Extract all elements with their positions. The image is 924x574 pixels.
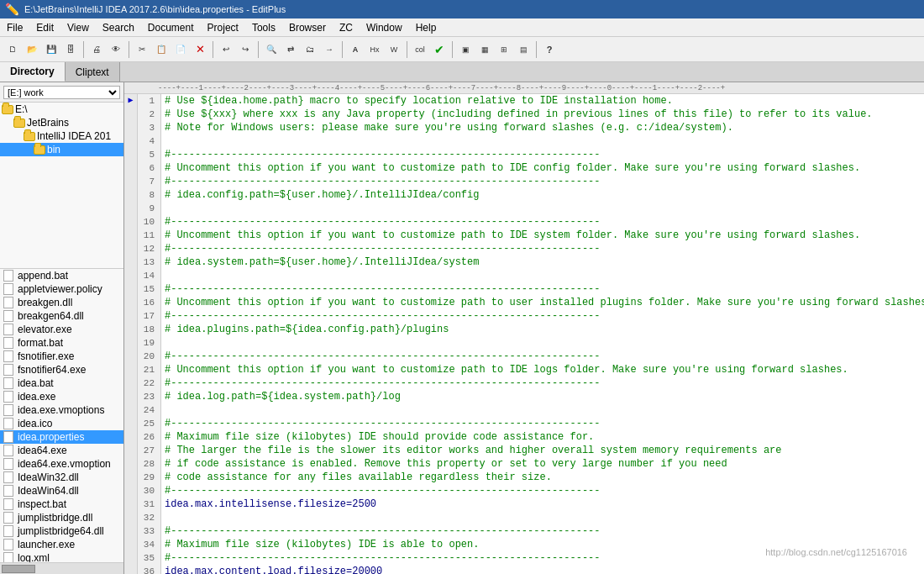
find-button[interactable]: 🔍 — [262, 40, 281, 59]
code-line-26: # Maximum file size (kilobytes) IDE shou… — [165, 430, 924, 444]
findfiles-button[interactable]: 🗂 — [301, 40, 319, 59]
menu-view[interactable]: View — [60, 18, 96, 36]
file-item[interactable]: log.xml — [0, 551, 123, 562]
file-item[interactable]: elevator.exe — [0, 323, 123, 336]
file-item[interactable]: append.bat — [0, 269, 123, 282]
menu-window[interactable]: Window — [360, 18, 409, 36]
menu-zc[interactable]: ZC — [333, 18, 360, 36]
tree-label-jetbrains: JetBrains — [27, 117, 69, 129]
menu-document[interactable]: Document — [141, 18, 201, 36]
menu-search[interactable]: Search — [96, 18, 141, 36]
linenum-18: 18 — [138, 323, 157, 336]
goto-button[interactable]: → — [320, 40, 339, 59]
file-item[interactable]: jumplistbridge64.dll — [0, 524, 123, 538]
save-all-button[interactable]: 🗄 — [61, 40, 80, 59]
save-button[interactable]: 💾 — [42, 40, 60, 59]
check-button[interactable]: ✔ — [430, 40, 449, 59]
code-line-23: # idea.log.path=${idea.system.path}/log — [165, 390, 924, 403]
delete-button[interactable]: ✕ — [191, 40, 209, 59]
code-content[interactable]: # Use ${idea.home.path} macro to specify… — [161, 94, 924, 574]
toolbar-sep2 — [129, 41, 129, 58]
new-button[interactable]: 🗋 — [3, 40, 22, 59]
file-item[interactable]: IdeaWin32.dll — [0, 471, 123, 484]
file-item[interactable]: fsnotifier64.exe — [0, 363, 123, 377]
toolbar-sep6 — [407, 41, 407, 58]
code-line-6: # Uncomment this option if you want to c… — [165, 161, 924, 175]
tb-btn9[interactable]: ▦ — [475, 40, 494, 59]
paste-button[interactable]: 📄 — [171, 40, 190, 59]
file-item[interactable]: jumplistbridge.dll — [0, 511, 123, 524]
help-button[interactable]: ? — [540, 40, 559, 59]
menu-project[interactable]: Project — [201, 18, 245, 36]
print-button[interactable]: 🖨 — [87, 40, 106, 59]
file-item[interactable]: idea64.exe — [0, 444, 123, 457]
code-line-33: #---------------------------------------… — [165, 524, 924, 538]
linenum-30: 30 — [138, 484, 157, 498]
sidebar-hscroll[interactable] — [0, 562, 123, 574]
code-line-10: #---------------------------------------… — [165, 215, 924, 229]
fontsize-button[interactable]: A — [346, 40, 365, 59]
toolbar-sep4 — [258, 41, 259, 58]
file-icon — [3, 552, 13, 562]
linenum-15: 15 — [138, 282, 157, 296]
file-item[interactable]: idea64.exe.vmoption — [0, 457, 123, 471]
redo-button[interactable]: ↪ — [236, 40, 255, 59]
code-line-22: #---------------------------------------… — [165, 377, 924, 390]
tb-btn8[interactable]: ▣ — [456, 40, 475, 59]
code-line-4 — [165, 134, 924, 148]
cut-button[interactable]: ✂ — [133, 40, 151, 59]
tb-btn11[interactable]: ▤ — [514, 40, 533, 59]
file-item[interactable]: idea.exe.vmoptions — [0, 403, 123, 417]
file-item[interactable]: launcher.exe — [0, 538, 123, 551]
linenum-3: 3 — [138, 121, 157, 134]
drive-selector[interactable]: [E:] work — [0, 82, 123, 103]
sidebar-hscroll-thumb[interactable] — [2, 565, 35, 573]
col-button[interactable]: col — [411, 40, 429, 59]
hex-button[interactable]: Hx — [365, 40, 384, 59]
tree-item-idea[interactable]: IntelliJ IDEA 201 — [0, 129, 123, 143]
tree-item-bin[interactable]: bin — [0, 143, 123, 156]
file-item[interactable]: idea.exe — [0, 390, 123, 403]
linenum-12: 12 — [138, 242, 157, 255]
file-item-selected[interactable]: idea.properties — [0, 430, 123, 444]
file-list: append.bat appletviewer.policy breakgen.… — [0, 268, 123, 562]
tab-cliptext[interactable]: Cliptext — [66, 62, 120, 82]
linenum-16: 16 — [138, 296, 157, 309]
file-item[interactable]: breakgen.dll — [0, 296, 123, 309]
code-line-2: # Use ${xxx} where xxx is any Java prope… — [165, 108, 924, 121]
file-item[interactable]: idea.ico — [0, 417, 123, 430]
menu-help[interactable]: Help — [409, 18, 444, 36]
file-icon — [3, 431, 13, 443]
wordwrap-button[interactable]: W — [385, 40, 403, 59]
file-item[interactable]: breakgen64.dll — [0, 309, 123, 323]
tab-directory[interactable]: Directory — [0, 62, 66, 82]
undo-button[interactable]: ↩ — [217, 40, 235, 59]
preview-button[interactable]: 👁 — [107, 40, 125, 59]
file-item[interactable]: IdeaWin64.dll — [0, 484, 123, 498]
linenum-31: 31 — [138, 498, 157, 511]
linenum-6: 6 — [138, 161, 157, 175]
code-line-25: #---------------------------------------… — [165, 417, 924, 430]
open-button[interactable]: 📂 — [23, 40, 41, 59]
tree-item-jetbrains[interactable]: JetBrains — [0, 116, 123, 129]
file-item[interactable]: format.bat — [0, 336, 123, 350]
file-item[interactable]: fsnotifier.exe — [0, 350, 123, 363]
replace-button[interactable]: ⇄ — [281, 40, 300, 59]
menu-file[interactable]: File — [0, 18, 29, 36]
linenum-7: 7 — [138, 175, 157, 188]
linenum-35: 35 — [138, 551, 157, 565]
menu-edit[interactable]: Edit — [29, 18, 60, 36]
code-line-5: #---------------------------------------… — [165, 148, 924, 161]
menu-tools[interactable]: Tools — [245, 18, 282, 36]
copy-button[interactable]: 📋 — [152, 40, 171, 59]
folder-icon-bin — [34, 145, 45, 155]
linenum-17: 17 — [138, 309, 157, 323]
tree-item-e[interactable]: E:\ — [0, 103, 123, 116]
menu-browser[interactable]: Browser — [282, 18, 333, 36]
tb-btn10[interactable]: ⊞ — [495, 40, 513, 59]
file-item[interactable]: inspect.bat — [0, 498, 123, 511]
file-item[interactable]: idea.bat — [0, 377, 123, 390]
drive-dropdown[interactable]: [E:] work — [3, 86, 120, 99]
file-icon — [3, 512, 13, 524]
file-item[interactable]: appletviewer.policy — [0, 282, 123, 296]
